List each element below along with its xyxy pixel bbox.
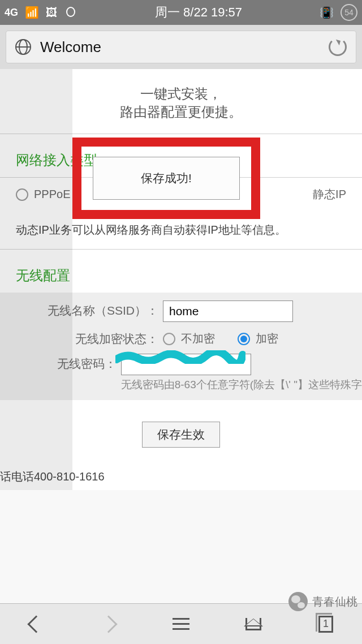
- success-dialog: 保存成功!: [93, 157, 240, 200]
- redaction-scribble: [115, 350, 245, 364]
- status-datetime: 周一 8/22 19:57: [155, 4, 242, 21]
- section-wifi: 无线配置: [0, 250, 362, 293]
- radio-no-encrypt[interactable]: 不加密: [163, 331, 215, 346]
- browser-chrome: Welcome: [0, 25, 362, 69]
- password-hint: 无线密码由8-63个任意字符(除去【\' "】这些特殊字: [121, 377, 362, 392]
- nav-back-button[interactable]: [26, 614, 46, 634]
- nav-forward-button[interactable]: [98, 614, 119, 634]
- reload-icon[interactable]: [329, 38, 347, 56]
- status-bar: 4G 📶 🖼 周一 8/22 19:57 📳 54: [0, 0, 362, 25]
- radio-icon: [238, 333, 250, 345]
- image-icon: 🖼: [46, 6, 57, 19]
- encrypt-label: 无线加密状态：: [16, 329, 163, 347]
- radio-icon: [16, 188, 28, 201]
- nav-tabs-button[interactable]: 1: [316, 614, 336, 634]
- support-phone: 话电话400-810-1616: [0, 469, 362, 490]
- svg-point-1: [67, 8, 74, 16]
- globe-icon: [15, 39, 31, 55]
- nav-home-button[interactable]: [243, 614, 264, 634]
- ssid-label: 无线名称（SSID）：: [16, 300, 163, 319]
- ssid-input[interactable]: [163, 300, 293, 322]
- page-title: Welcome: [40, 38, 320, 56]
- save-button[interactable]: 保存生效: [142, 422, 220, 448]
- header-text: 一键式安装， 路由器配置更便捷。: [0, 69, 362, 134]
- page-content: 一键式安装， 路由器配置更便捷。 网络接入类型 保存成功! PPPoE 静态IP…: [0, 69, 362, 490]
- vibrate-icon: 📳: [320, 6, 334, 19]
- radio-icon: [163, 333, 175, 345]
- nav-menu-button[interactable]: [171, 614, 191, 634]
- radio-static-ip[interactable]: 静态IP: [313, 187, 346, 202]
- radio-encrypt[interactable]: 加密: [238, 331, 278, 346]
- radio-pppoe[interactable]: PPPoE: [16, 188, 70, 201]
- signal-icon: 📶: [25, 6, 39, 19]
- wechat-icon: [288, 592, 308, 611]
- battery-indicator: 54: [341, 4, 357, 21]
- password-label: 无线密码：: [16, 354, 121, 372]
- network-indicator: 4G: [5, 7, 18, 19]
- qq-icon: [64, 6, 77, 19]
- url-bar[interactable]: Welcome: [6, 31, 356, 63]
- watermark: 青春仙桃: [288, 592, 357, 611]
- highlight-box: 保存成功!: [72, 138, 260, 219]
